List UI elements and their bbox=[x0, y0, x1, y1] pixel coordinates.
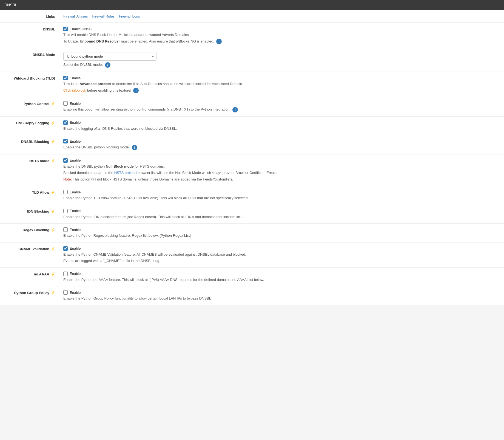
no-aaaa-label: no AAAA ⚡ bbox=[0, 272, 61, 276]
dns-reply-logging-label: DNS Reply Logging ⚡ bbox=[0, 120, 61, 125]
links-label: Links bbox=[0, 14, 61, 19]
tld-allow-checkbox[interactable] bbox=[63, 190, 68, 194]
python-group-policy-checkbox[interactable] bbox=[63, 290, 68, 295]
idn-blocking-row: IDN Blocking ⚡ Enable Enable the Python … bbox=[0, 205, 504, 224]
dnsbl-mode-select-wrapper: Unbound python mode Unbound mode Nginx m… bbox=[63, 52, 156, 61]
python-control-checkbox[interactable] bbox=[63, 101, 68, 106]
hsts-mode-checkbox[interactable] bbox=[63, 158, 68, 163]
idn-blocking-checkbox[interactable] bbox=[63, 209, 68, 213]
dnsbl-blocking-bolt-icon: ⚡ bbox=[51, 140, 55, 144]
dnsbl-blocking-row: DNSBL Blocking ⚡ Enable Enable the DNSBL… bbox=[0, 135, 504, 154]
dnsbl-checkbox-label: Enable DNSBL bbox=[70, 27, 93, 31]
dnsbl-mode-content: Unbound python mode Unbound mode Nginx m… bbox=[61, 52, 504, 68]
dns-reply-logging-content: Enable Enable the logging of all DNS Rep… bbox=[61, 120, 504, 131]
firewall-aliases-link[interactable]: Firewall Aliases bbox=[63, 14, 88, 18]
dns-reply-logging-bolt-icon: ⚡ bbox=[51, 121, 55, 125]
python-group-policy-bolt-icon: ⚡ bbox=[51, 291, 55, 295]
dnsbl-mode-info-icon[interactable]: i bbox=[105, 62, 110, 68]
dnsbl-blocking-checkbox[interactable] bbox=[63, 139, 68, 143]
dnsbl-mode-label: DNSBL Mode bbox=[0, 52, 61, 57]
wildcard-blocking-row: Wildcard Blocking (TLD) Enable This is a… bbox=[0, 72, 504, 97]
wildcard-blocking-label: Wildcard Blocking (TLD) bbox=[0, 76, 61, 80]
cname-validation-desc2: Events are logged with a "_CNAME" suffix… bbox=[63, 258, 498, 264]
cname-validation-row: CNAME Validation ⚡ Enable Enable the Pyt… bbox=[0, 242, 504, 268]
python-control-info-icon[interactable]: i bbox=[232, 107, 238, 112]
dnsbl-blocking-checkbox-label: Enable bbox=[70, 139, 81, 143]
no-aaaa-checkbox[interactable] bbox=[63, 272, 68, 276]
python-control-bolt-icon: ⚡ bbox=[51, 102, 55, 106]
python-control-desc: Enabling this option will allow sending … bbox=[63, 107, 498, 112]
regex-blocking-bolt-icon: ⚡ bbox=[51, 228, 55, 232]
dns-reply-logging-row: DNS Reply Logging ⚡ Enable Enable the lo… bbox=[0, 117, 504, 136]
page-header: DNSBL bbox=[0, 0, 504, 10]
regex-blocking-checkbox-label: Enable bbox=[70, 228, 81, 232]
dnsbl-checkbox[interactable] bbox=[63, 27, 68, 31]
python-control-checkbox-label: Enable bbox=[70, 101, 81, 106]
tld-allow-row: TLD Allow ⚡ Enable Enable the Python TLD… bbox=[0, 186, 504, 205]
content-area: Links Firewall Aliases Firewall Rules Fi… bbox=[0, 10, 504, 305]
dnsbl-blocking-label: DNSBL Blocking ⚡ bbox=[0, 139, 61, 144]
hsts-mode-row: HSTS mode ⚡ Enable Enable the DNSBL pyth… bbox=[0, 154, 504, 186]
idn-blocking-label: IDN Blocking ⚡ bbox=[0, 209, 61, 213]
tld-allow-content: Enable Enable the Python TLD Allow featu… bbox=[61, 190, 504, 201]
regex-blocking-row: Regex Blocking ⚡ Enable Enable the Pytho… bbox=[0, 224, 504, 242]
wildcard-blocking-checkbox[interactable] bbox=[63, 76, 68, 80]
regex-blocking-checkbox[interactable] bbox=[63, 227, 68, 232]
links-row: Links Firewall Aliases Firewall Rules Fi… bbox=[0, 10, 504, 23]
hsts-mode-content: Enable Enable the DNSBL python Null Bloc… bbox=[61, 158, 504, 182]
cname-validation-bolt-icon: ⚡ bbox=[51, 247, 55, 251]
tld-allow-checkbox-label: Enable bbox=[70, 190, 81, 194]
firewall-logs-link[interactable]: Firewall Logs bbox=[119, 14, 140, 18]
dns-reply-logging-checkbox[interactable] bbox=[63, 120, 68, 125]
dnsbl-mode-desc: Select the DNSBL mode. i bbox=[63, 62, 498, 68]
dns-reply-logging-checkbox-label: Enable bbox=[70, 120, 81, 125]
page-title: DNSBL bbox=[4, 3, 17, 7]
dnsbl-desc1: This will enable DNS Block List for Mali… bbox=[63, 32, 498, 38]
cname-validation-content: Enable Enable the Python CNAME Validatio… bbox=[61, 246, 504, 264]
tld-allow-label: TLD Allow ⚡ bbox=[0, 190, 61, 194]
python-group-policy-content: Enable Enable the Python Group Policy fu… bbox=[61, 290, 504, 301]
wildcard-info-icon[interactable]: i bbox=[133, 88, 139, 93]
firewall-rules-link[interactable]: Firewall Rules bbox=[92, 14, 115, 18]
tld-allow-bolt-icon: ⚡ bbox=[51, 190, 55, 194]
cname-validation-checkbox[interactable] bbox=[63, 246, 68, 251]
idn-blocking-desc: Enable the Python IDN blocking feature (… bbox=[63, 214, 498, 220]
dnsbl-blocking-desc: Enable the DNSBL python blocking mode. i bbox=[63, 145, 498, 150]
python-group-policy-row: Python Group Policy ⚡ Enable Enable the … bbox=[0, 286, 504, 305]
hsts-mode-checkbox-label: Enable bbox=[70, 158, 81, 162]
wildcard-blocking-content: Enable This is an Advanced process to de… bbox=[61, 76, 504, 93]
dnsbl-desc2: To Utilize, Unbound DNS Resolver must be… bbox=[63, 39, 498, 44]
dnsbl-mode-select[interactable]: Unbound python mode Unbound mode Nginx m… bbox=[63, 52, 156, 61]
python-control-row: Python Control ⚡ Enable Enabling this op… bbox=[0, 97, 504, 117]
idn-blocking-checkbox-label: Enable bbox=[70, 209, 81, 213]
no-aaaa-row: no AAAA ⚡ Enable Enable the Python no-AA… bbox=[0, 268, 504, 287]
python-control-content: Enable Enabling this option will allow s… bbox=[61, 101, 504, 112]
no-aaaa-content: Enable Enable the Python no-AAAA feature… bbox=[61, 272, 504, 283]
cname-validation-label: CNAME Validation ⚡ bbox=[0, 246, 61, 251]
dns-reply-logging-desc: Enable the logging of all DNS Replies th… bbox=[63, 126, 498, 131]
cname-validation-checkbox-label: Enable bbox=[70, 246, 81, 250]
hsts-mode-label: HSTS mode ⚡ bbox=[0, 158, 61, 163]
dnsbl-mode-row: DNSBL Mode Unbound python mode Unbound m… bbox=[0, 48, 504, 72]
idn-blocking-bolt-icon: ⚡ bbox=[51, 209, 55, 213]
dnsbl-info-icon[interactable]: i bbox=[216, 39, 222, 44]
regex-blocking-desc: Enable the Python Regex blocking feature… bbox=[63, 233, 498, 238]
dnsbl-label: DNSBL bbox=[0, 27, 61, 31]
hsts-preload-link[interactable]: HSTS preload bbox=[114, 171, 137, 175]
regex-blocking-content: Enable Enable the Python Regex blocking … bbox=[61, 227, 504, 238]
no-aaaa-checkbox-label: Enable bbox=[70, 272, 81, 276]
dnsbl-blocking-content: Enable Enable the DNSBL python blocking … bbox=[61, 139, 504, 150]
python-group-policy-label: Python Group Policy ⚡ bbox=[0, 290, 61, 295]
regex-blocking-label: Regex Blocking ⚡ bbox=[0, 227, 61, 232]
idn-blocking-content: Enable Enable the Python IDN blocking fe… bbox=[61, 209, 504, 220]
no-aaaa-bolt-icon: ⚡ bbox=[51, 272, 55, 276]
dnsbl-blocking-info-icon[interactable]: i bbox=[132, 145, 137, 150]
wildcard-click-infoblock-link[interactable]: Click infoblock bbox=[63, 88, 86, 92]
links-content: Firewall Aliases Firewall Rules Firewall… bbox=[61, 14, 504, 18]
hsts-mode-desc2: Blocked domains that are in the HSTS pre… bbox=[63, 170, 498, 176]
python-group-policy-desc: Enable the Python Group Policy functiona… bbox=[63, 296, 498, 301]
wildcard-blocking-checkbox-label: Enable bbox=[70, 76, 81, 80]
dnsbl-content: Enable DNSBL This will enable DNS Block … bbox=[61, 27, 504, 44]
no-aaaa-desc: Enable the Python no-AAAA feature. This … bbox=[63, 277, 498, 283]
cname-validation-desc1: Enable the Python CNAME Validation featu… bbox=[63, 252, 498, 257]
